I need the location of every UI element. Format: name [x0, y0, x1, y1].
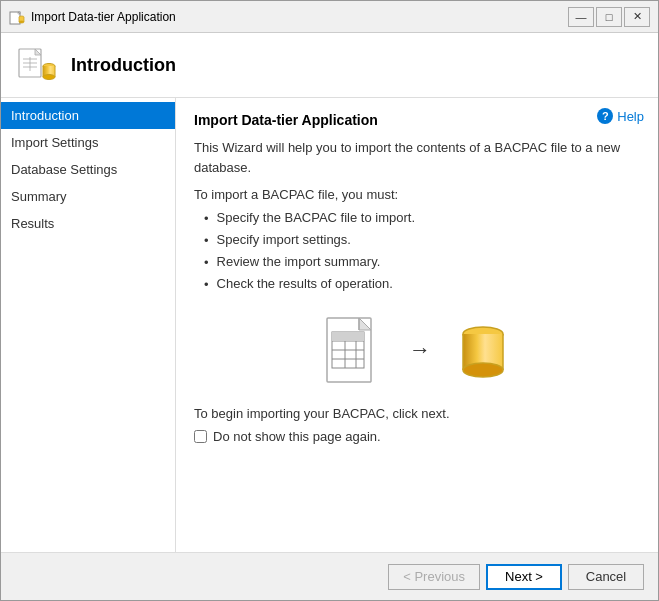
bullet-list: Specify the BACPAC file to import. Speci… [194, 210, 640, 292]
minimize-button[interactable]: — [568, 7, 594, 27]
content-title: Import Data-tier Application [194, 112, 640, 128]
close-button[interactable]: ✕ [624, 7, 650, 27]
header-app-icon [17, 45, 57, 85]
do-not-show-checkbox[interactable] [194, 430, 207, 443]
do-not-show-label[interactable]: Do not show this page again. [213, 429, 381, 444]
cancel-button[interactable]: Cancel [568, 564, 644, 590]
bullet-item-2: Specify import settings. [204, 232, 640, 248]
sidebar: Introduction Import Settings Database Se… [1, 98, 176, 552]
sidebar-item-database-settings[interactable]: Database Settings [1, 156, 175, 183]
svg-point-34 [463, 363, 503, 377]
main-window: Import Data-tier Application — □ ✕ [0, 0, 659, 601]
help-link[interactable]: ? Help [597, 108, 644, 124]
previous-button[interactable]: < Previous [388, 564, 480, 590]
illustration: → [194, 312, 640, 388]
arrow-icon: → [409, 337, 431, 363]
next-button[interactable]: Next > [486, 564, 562, 590]
bullet-item-3: Review the import summary. [204, 254, 640, 270]
title-bar: Import Data-tier Application — □ ✕ [1, 1, 658, 33]
intro-paragraph: This Wizard will help you to import the … [194, 138, 640, 177]
header: Introduction [1, 33, 658, 98]
bullet-item-4: Check the results of operation. [204, 276, 640, 292]
sidebar-item-summary[interactable]: Summary [1, 183, 175, 210]
import-subheading: To import a BACPAC file, you must: [194, 187, 640, 202]
body-area: Introduction Import Settings Database Se… [1, 98, 658, 552]
svg-rect-29 [332, 332, 364, 341]
bullet-item-1: Specify the BACPAC file to import. [204, 210, 640, 226]
window-title: Import Data-tier Application [31, 10, 568, 24]
sidebar-item-results[interactable]: Results [1, 210, 175, 237]
bottom-instruction: To begin importing your BACPAC, click ne… [194, 406, 640, 421]
do-not-show-row: Do not show this page again. [194, 429, 640, 444]
window-controls: — □ ✕ [568, 7, 650, 27]
sidebar-item-import-settings[interactable]: Import Settings [1, 129, 175, 156]
sidebar-item-introduction[interactable]: Introduction [1, 102, 175, 129]
database-icon [455, 312, 511, 388]
help-icon: ? [597, 108, 613, 124]
svg-point-19 [43, 75, 55, 80]
header-title: Introduction [71, 55, 176, 76]
svg-point-8 [19, 21, 24, 23]
maximize-button[interactable]: □ [596, 7, 622, 27]
titlebar-icon [9, 9, 25, 25]
main-content: ? Help Import Data-tier Application This… [176, 98, 658, 552]
bacpac-file-icon [323, 312, 385, 388]
footer: < Previous Next > Cancel [1, 552, 658, 600]
